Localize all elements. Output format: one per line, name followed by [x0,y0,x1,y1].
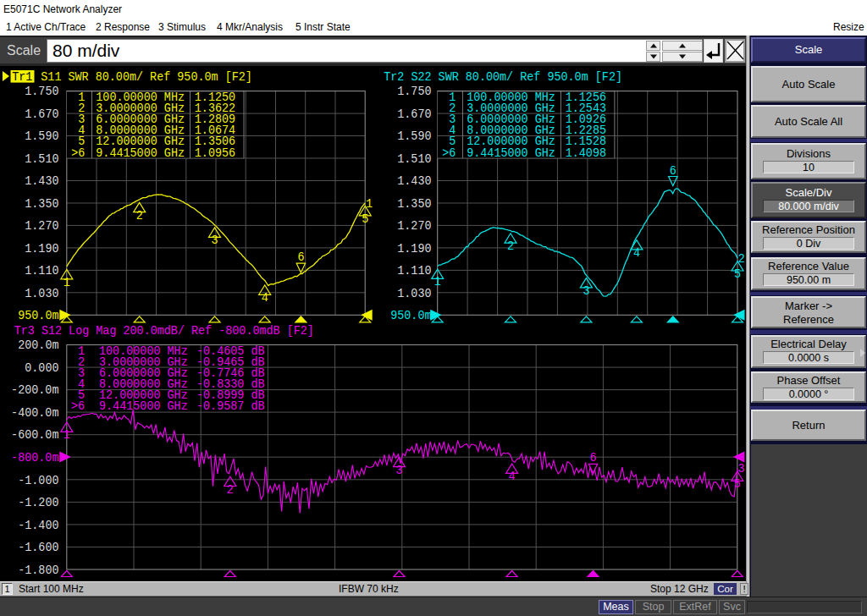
svg-text:4: 4 [633,245,640,261]
svg-text:950.0m: 950.0m [390,308,431,323]
svg-text:1.670: 1.670 [25,107,58,122]
svg-text:1.4098: 1.4098 [566,146,606,161]
svg-text:6: 6 [590,450,597,465]
svg-text:2: 2 [507,239,514,254]
svg-text:-400.0m: -400.0m [11,405,58,421]
svg-text:4: 4 [262,290,268,305]
svg-text:-1.000: -1.000 [18,473,58,488]
svg-text:9.4415000 GHz: 9.4415000 GHz [96,146,185,161]
svg-text:6: 6 [670,163,676,179]
svg-text:S11 SWR 80.00m/ Ref 950.0m [F2: S11 SWR 80.00m/ Ref 950.0m [F2] [41,69,252,85]
svg-text:-200.0m: -200.0m [11,382,58,398]
svg-text:-600.0m: -600.0m [11,427,58,443]
svg-text:-1.600: -1.600 [18,540,58,555]
svg-text:9.4415000 GHz: 9.4415000 GHz [467,146,555,161]
svg-text:1: 1 [434,274,441,289]
svg-text:4: 4 [509,469,516,484]
svg-text:3: 3 [396,463,403,478]
svg-text:1.590: 1.590 [397,129,431,144]
svg-text:-1.400: -1.400 [18,518,58,533]
svg-text:1.030: 1.030 [397,286,431,301]
svg-text:1.670: 1.670 [397,107,431,122]
svg-text:1.430: 1.430 [397,173,431,189]
svg-text:>6: >6 [71,146,85,161]
svg-text:5: 5 [734,476,741,492]
svg-text:1.110: 1.110 [25,263,58,278]
svg-text:Tr1: Tr1 [12,69,32,85]
svg-text:Tr2 S22 SWR 80.00m/ Ref 950.0m: Tr2 S22 SWR 80.00m/ Ref 950.0m [F2] [384,69,622,85]
svg-text:3: 3 [583,283,589,299]
svg-text:1.510: 1.510 [397,151,431,167]
svg-text:-800.0m: -800.0m [11,450,58,465]
svg-text:1.0956: 1.0956 [195,146,235,161]
svg-text:1.750: 1.750 [397,84,431,99]
svg-text:1.350: 1.350 [25,196,58,212]
svg-text:1.030: 1.030 [25,286,58,301]
svg-text:6: 6 [297,250,304,265]
svg-text:1: 1 [64,275,70,290]
svg-text:1.270: 1.270 [397,218,431,234]
svg-text:2: 2 [738,251,745,267]
svg-text:1: 1 [366,196,373,212]
svg-text:1.510: 1.510 [25,151,58,167]
svg-text:1.110: 1.110 [397,263,431,278]
svg-text:3: 3 [212,233,218,248]
svg-text:1.350: 1.350 [397,196,431,212]
svg-text:1.430: 1.430 [25,173,58,189]
svg-text:5: 5 [362,212,368,227]
svg-text:-1.800: -1.800 [18,563,58,578]
svg-text:>6: >6 [442,146,456,161]
svg-text:1: 1 [64,427,70,443]
svg-text:1.270: 1.270 [25,218,58,234]
svg-text:9.4415000 GHz: 9.4415000 GHz [99,399,188,414]
svg-text:1.190: 1.190 [397,241,431,256]
svg-text:0.000: 0.000 [25,360,58,376]
svg-text:-0.9587 dB: -0.9587 dB [196,399,265,414]
svg-text:Tr3 S12 Log Mag 200.0mdB/ Ref: Tr3 S12 Log Mag 200.0mdB/ Ref -800.0mdB … [14,323,314,338]
svg-text:950.0m: 950.0m [18,308,58,323]
svg-text:>6: >6 [71,399,85,414]
svg-text:3: 3 [738,461,745,476]
svg-text:2: 2 [227,482,234,498]
svg-text:2: 2 [136,208,143,223]
svg-text:200.0m: 200.0m [18,338,58,353]
svg-text:1.750: 1.750 [25,84,58,99]
svg-text:1.190: 1.190 [25,241,58,256]
svg-text:-1.200: -1.200 [18,495,58,510]
svg-text:5: 5 [734,267,741,282]
svg-text:1.590: 1.590 [25,129,58,144]
